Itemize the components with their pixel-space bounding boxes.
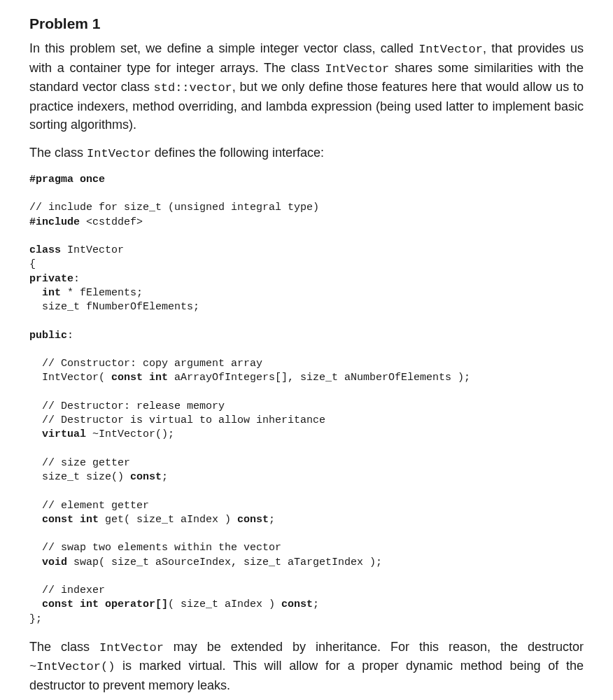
code-line <box>29 556 42 568</box>
code-line: IntVector <box>67 244 124 256</box>
code-line: ; <box>269 514 275 526</box>
code-line: int <box>42 287 61 299</box>
code-line: <cstddef> <box>86 216 143 228</box>
code-line: aArrayOfIntegers[], size_t aNumberOfElem… <box>168 372 470 384</box>
intro-paragraph-1: In this problem set, we define a simple … <box>29 39 584 134</box>
code-line: #pragma once <box>29 174 105 186</box>
code-inline-intvector: IntVector <box>87 147 151 160</box>
problem-heading: Problem 1 <box>29 15 584 32</box>
code-inline-intvector: IntVector <box>418 43 483 56</box>
code-line <box>29 428 42 440</box>
code-line: const <box>237 514 269 526</box>
code-line: // size getter <box>29 457 130 469</box>
code-line <box>29 598 42 610</box>
code-line: }; <box>29 613 42 625</box>
code-line: IntVector( <box>29 372 111 384</box>
text-fragment: may be extended by inheritance. For this… <box>164 640 584 654</box>
code-line: const int <box>42 514 99 526</box>
code-block-intvector-interface: #pragma once // include for size_t (unsi… <box>29 173 584 626</box>
code-line: : <box>73 273 80 285</box>
code-line: const <box>130 471 162 483</box>
code-line: // indexer <box>29 584 105 596</box>
code-line: : <box>67 330 73 342</box>
code-line: const <box>281 598 313 610</box>
code-line: ~IntVector(); <box>86 428 174 440</box>
code-line: ( size_t aIndex ) <box>168 598 281 610</box>
code-line: size_t size() <box>29 471 130 483</box>
code-line: get( size_t aIndex ) <box>99 514 237 526</box>
code-line: { <box>29 258 36 270</box>
code-line: // Destructor: release memory <box>29 400 225 412</box>
code-line <box>29 514 42 526</box>
code-line: private <box>29 273 73 285</box>
text-fragment: defines the following interface: <box>151 146 324 160</box>
code-line: // Constructor: copy argument array <box>29 358 262 370</box>
code-line: const int operator[] <box>42 598 168 610</box>
code-line: ; <box>313 598 319 610</box>
code-line: void <box>42 556 67 568</box>
code-line: ; <box>162 471 168 483</box>
code-line: const int <box>111 372 168 384</box>
code-inline-destructor: ~IntVector() <box>29 660 115 673</box>
code-inline-intvector: IntVector <box>325 62 389 76</box>
code-inline-stdvector: std::vector <box>154 81 232 94</box>
code-line: class <box>29 244 67 256</box>
code-line: // Destructor is virtual to allow inheri… <box>29 414 325 426</box>
code-line: virtual <box>42 428 86 440</box>
text-fragment: The class <box>29 146 87 160</box>
code-line: size_t fNumberOfElements; <box>29 301 199 313</box>
code-line: // include for size_t (unsigned integral… <box>29 202 319 214</box>
code-line: swap( size_t aSourceIndex, size_t aTarge… <box>67 556 382 568</box>
code-line: #include <box>29 216 86 228</box>
code-line: public <box>29 330 67 342</box>
code-line: // swap two elements within the vector <box>29 542 281 554</box>
text-fragment: The class <box>29 640 99 654</box>
code-inline-intvector: IntVector <box>99 641 164 654</box>
code-line <box>29 287 42 299</box>
text-fragment: In this problem set, we define a simple … <box>29 41 418 55</box>
explain-paragraph-1: The class IntVector may be extended by i… <box>29 638 584 694</box>
code-line: // element getter <box>29 500 149 512</box>
code-line: * fElements; <box>61 287 143 299</box>
intro-paragraph-2: The class IntVector defines the followin… <box>29 144 584 163</box>
